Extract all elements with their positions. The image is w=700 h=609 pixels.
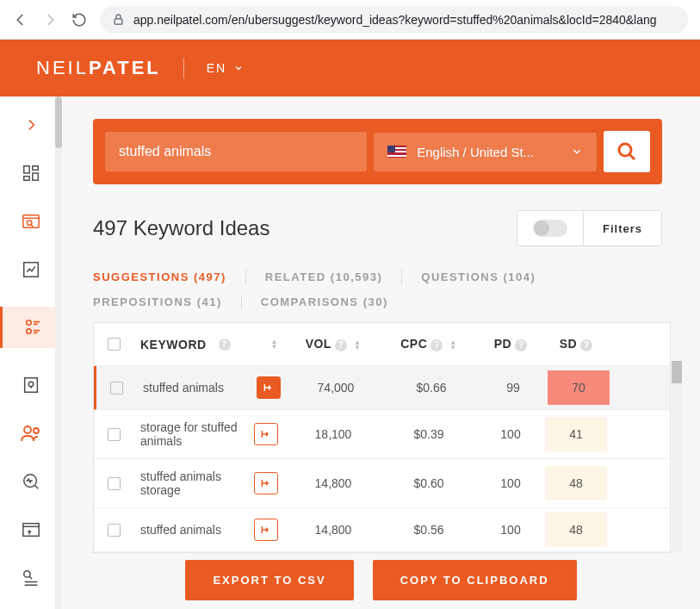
search-button[interactable] xyxy=(604,131,650,172)
tab-1[interactable]: RELATED (10,593) xyxy=(265,267,382,287)
sidebar-item-backlinks[interactable] xyxy=(20,519,42,541)
sidebar-item-audience[interactable] xyxy=(20,422,42,444)
select-all-checkbox[interactable] xyxy=(94,327,133,361)
row-checkbox[interactable] xyxy=(94,513,133,547)
bulb-box-icon xyxy=(22,376,40,395)
cell-pd: 99 xyxy=(479,370,548,405)
sidebar-collapse-toggle[interactable] xyxy=(20,114,42,136)
cell-vol: 18,100 xyxy=(285,417,381,451)
filters-button[interactable]: Filters xyxy=(583,212,661,245)
tabs: SUGGESTIONS (497)RELATED (10,593)QUESTIO… xyxy=(93,267,688,312)
tab-4[interactable]: COMPARISONS (30) xyxy=(261,292,388,312)
us-flag-icon xyxy=(387,146,406,158)
col-sd[interactable]: SD? xyxy=(545,326,607,361)
locale-select[interactable]: English / United St... xyxy=(374,133,597,171)
cell-keyword: storage for stuffed animals xyxy=(133,410,285,458)
expand-keyword-button[interactable] xyxy=(254,519,278,541)
forward-button[interactable] xyxy=(41,11,59,28)
cell-pd: 100 xyxy=(476,417,545,451)
keyword-input[interactable] xyxy=(105,132,367,171)
sidebar-item-keywords[interactable] xyxy=(0,307,62,348)
sidebar-item-traffic[interactable] xyxy=(20,258,42,281)
sidebar xyxy=(0,96,62,609)
sidebar-item-overview[interactable] xyxy=(20,210,42,233)
col-pd[interactable]: PD? xyxy=(476,326,545,361)
table-row: stuffed animals14,800$0.5610048 xyxy=(94,508,670,552)
svg-rect-15 xyxy=(23,524,39,537)
cell-cpc: $0.56 xyxy=(381,513,476,547)
cell-pd: 100 xyxy=(476,513,545,547)
table-scrollbar[interactable] xyxy=(672,361,682,552)
svg-point-13 xyxy=(34,428,39,433)
cell-vol: 14,800 xyxy=(285,466,381,500)
chevron-down-icon xyxy=(571,146,583,158)
expand-keyword-button[interactable] xyxy=(257,376,281,399)
page-title: 497 Keyword Ideas xyxy=(93,216,269,240)
browser-toolbar: app.neilpatel.com/en/ubersuggest/keyword… xyxy=(0,0,700,40)
col-cpc[interactable]: CPC?▲▼ xyxy=(381,326,476,361)
tab-0[interactable]: SUGGESTIONS (497) xyxy=(93,267,226,287)
lock-icon xyxy=(112,13,125,26)
cell-vol: 14,800 xyxy=(285,513,381,547)
pulse-search-icon xyxy=(22,472,40,491)
cell-sd: 48 xyxy=(545,466,607,500)
chevron-down-icon xyxy=(233,63,244,73)
sidebar-item-labs[interactable] xyxy=(20,567,42,589)
sort-icon: ▲▼ xyxy=(354,340,361,351)
app-header: NEILPATEL EN xyxy=(0,40,700,96)
logo[interactable]: NEILPATEL xyxy=(36,57,161,79)
tab-3[interactable]: PREPOSITIONS (41) xyxy=(93,292,222,312)
svg-rect-10 xyxy=(25,378,38,393)
svg-rect-1 xyxy=(24,166,29,173)
info-icon: ? xyxy=(580,339,592,351)
svg-point-14 xyxy=(24,475,37,488)
table-row: stuffed animals storage14,800$0.6010048 xyxy=(94,459,670,508)
dashboard-icon xyxy=(22,164,40,183)
locale-label: English / United St... xyxy=(417,145,534,159)
cell-keyword: stuffed animals xyxy=(133,508,285,551)
chart-icon xyxy=(22,260,40,279)
cell-cpc: $0.66 xyxy=(384,370,479,405)
search-list-icon xyxy=(22,569,40,587)
sidebar-item-audit[interactable] xyxy=(20,470,42,493)
tab-2[interactable]: QUESTIONS (104) xyxy=(421,267,536,287)
export-csv-button[interactable]: EXPORT TO CSV xyxy=(185,560,353,600)
cell-keyword: stuffed animals storage xyxy=(133,459,285,507)
sort-icon: ▲▼ xyxy=(449,340,456,351)
row-checkbox[interactable] xyxy=(96,371,136,405)
info-icon: ? xyxy=(515,339,527,351)
address-bar[interactable]: app.neilpatel.com/en/ubersuggest/keyword… xyxy=(100,6,688,34)
search-panel: English / United St... xyxy=(93,119,662,184)
bulb-list-icon xyxy=(23,318,42,337)
expand-keyword-button[interactable] xyxy=(254,472,278,494)
copy-clipboard-button[interactable]: COPY TO CLIPBOARD xyxy=(373,560,577,600)
svg-point-17 xyxy=(619,144,631,156)
cell-sd: 41 xyxy=(545,417,607,451)
sidebar-scrollbar[interactable] xyxy=(55,96,62,609)
svg-rect-2 xyxy=(33,166,38,171)
row-checkbox[interactable] xyxy=(94,418,133,451)
cell-sd: 70 xyxy=(548,370,610,405)
filters-toggle[interactable] xyxy=(517,211,583,245)
expand-keyword-button[interactable] xyxy=(254,423,278,445)
col-vol[interactable]: VOL?▲▼ xyxy=(285,326,381,361)
url-text: app.neilpatel.com/en/ubersuggest/keyword… xyxy=(133,13,657,27)
reload-button[interactable] xyxy=(71,11,88,28)
svg-point-9 xyxy=(26,329,31,334)
header-divider xyxy=(183,58,184,78)
sort-icon: ▲▼ xyxy=(271,339,278,350)
sidebar-item-dashboard[interactable] xyxy=(20,162,42,184)
language-selector[interactable]: EN xyxy=(207,61,244,75)
table-header-row: KEYWORD?▲▼ VOL?▲▼ CPC?▲▼ PD? SD? xyxy=(94,323,670,366)
col-keyword[interactable]: KEYWORD?▲▼ xyxy=(133,327,285,362)
svg-rect-3 xyxy=(33,173,38,180)
svg-point-8 xyxy=(26,320,31,326)
back-button[interactable] xyxy=(12,11,29,28)
cell-sd: 48 xyxy=(545,513,607,547)
search-icon xyxy=(616,141,637,162)
sidebar-item-content[interactable] xyxy=(20,374,42,396)
cell-vol: 74,000 xyxy=(288,370,384,405)
table-row: stuffed animals74,000$0.669970 xyxy=(94,366,670,410)
row-checkbox[interactable] xyxy=(94,467,133,500)
action-buttons: EXPORT TO CSV COPY TO CLIPBOARD xyxy=(62,560,700,600)
